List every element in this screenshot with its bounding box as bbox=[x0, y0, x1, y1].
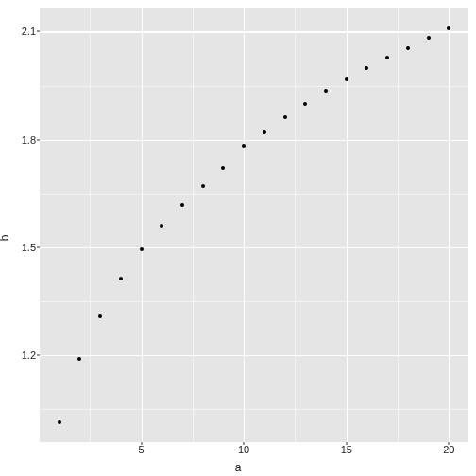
x-tick-label: 20 bbox=[443, 444, 454, 455]
data-point bbox=[98, 314, 102, 318]
x-axis-title: a bbox=[235, 461, 242, 474]
y-tick-mark bbox=[37, 246, 40, 247]
y-tick-mark bbox=[37, 354, 40, 355]
data-point bbox=[58, 420, 61, 424]
data-point bbox=[242, 144, 246, 148]
data-point bbox=[406, 46, 410, 50]
grid-major-h bbox=[40, 140, 468, 141]
grid-major-h bbox=[40, 31, 468, 32]
data-point bbox=[119, 277, 123, 280]
data-point bbox=[201, 184, 205, 188]
data-point bbox=[345, 77, 348, 81]
data-point bbox=[283, 115, 287, 119]
grid-major-h bbox=[40, 355, 468, 356]
data-point bbox=[160, 224, 163, 228]
data-point bbox=[447, 26, 450, 30]
data-point bbox=[140, 247, 144, 251]
data-point bbox=[180, 203, 184, 207]
data-point bbox=[263, 130, 266, 134]
grid-minor-v bbox=[398, 8, 399, 442]
grid-major-v bbox=[449, 8, 450, 442]
grid-major-v bbox=[347, 8, 348, 442]
y-tick-mark bbox=[37, 31, 40, 32]
y-tick-label: 2.1 bbox=[22, 26, 36, 37]
plot-panel bbox=[40, 8, 468, 442]
x-tick-label: 5 bbox=[138, 444, 144, 455]
y-tick-label: 1.2 bbox=[22, 349, 36, 361]
grid-minor-v bbox=[193, 8, 194, 442]
grid-minor-v bbox=[295, 8, 296, 442]
x-tick-mark bbox=[449, 442, 450, 445]
grid-major-h bbox=[40, 247, 468, 248]
grid-minor-h bbox=[40, 86, 468, 87]
grid-major-v bbox=[142, 8, 143, 442]
data-point bbox=[427, 36, 431, 40]
data-point bbox=[77, 357, 81, 361]
x-tick-mark bbox=[141, 442, 142, 445]
grid-minor-v bbox=[90, 8, 91, 442]
grid-minor-h bbox=[40, 301, 468, 302]
data-point bbox=[221, 166, 225, 170]
x-tick-mark bbox=[346, 442, 347, 445]
y-axis-title: b bbox=[0, 235, 11, 242]
x-tick-label: 10 bbox=[238, 444, 249, 455]
y-tick-mark bbox=[37, 139, 40, 140]
data-point bbox=[365, 66, 368, 70]
x-tick-label: 15 bbox=[341, 444, 352, 455]
x-tick-mark bbox=[244, 442, 245, 445]
data-point bbox=[385, 56, 389, 60]
data-point bbox=[324, 89, 328, 93]
grid-minor-h bbox=[40, 409, 468, 410]
grid-minor-h bbox=[40, 194, 468, 195]
data-point bbox=[303, 102, 307, 106]
scatter-chart: b a 1.21.51.82.15101520 bbox=[0, 0, 476, 476]
y-tick-label: 1.8 bbox=[22, 134, 36, 145]
y-tick-label: 1.5 bbox=[22, 242, 36, 253]
grid-major-v bbox=[244, 8, 245, 442]
